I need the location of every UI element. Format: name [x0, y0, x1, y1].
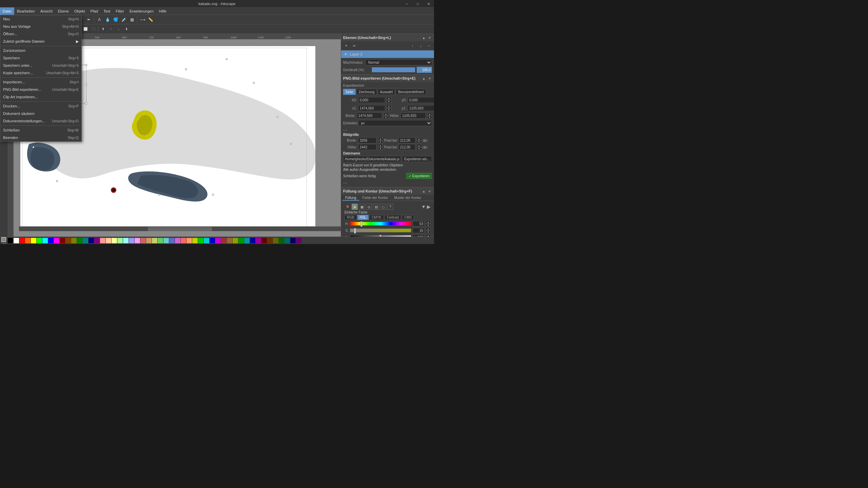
layers-close-btn[interactable]: ✕ [427, 35, 432, 40]
menu-item-import[interactable]: Importieren... Strg+I [0, 78, 81, 86]
w-down[interactable]: ▼ [383, 116, 388, 119]
export-close-btn[interactable]: ✕ [427, 76, 432, 81]
spray-tool-btn[interactable]: 💧 [104, 16, 111, 23]
menu-item-png-export[interactable]: PNG-Bild exportieren... Umschalt+Strg+E [0, 86, 81, 93]
cm-hsl[interactable]: HSL [357, 215, 369, 220]
menu-text[interactable]: Text [101, 7, 113, 15]
l-slider-track[interactable] [350, 235, 411, 237]
h-up[interactable]: ▲ [427, 113, 432, 116]
tab-fuellung[interactable]: Füllung [342, 196, 359, 201]
palette-color[interactable] [60, 238, 65, 243]
linear-grad-btn[interactable]: ▦ [359, 204, 365, 210]
lower-bottom-btn[interactable]: ⬇ [123, 25, 130, 33]
fill-collapse-btn[interactable]: ▲ [421, 189, 426, 194]
cm-cms[interactable]: CMS [402, 215, 414, 220]
swatch-btn[interactable]: ◻ [380, 204, 386, 210]
menu-item-neu[interactable]: Neu Strg+N [0, 15, 81, 23]
h-value-input[interactable] [413, 221, 425, 226]
palette-color[interactable] [146, 238, 152, 243]
palette-color[interactable] [117, 238, 123, 243]
x1-down[interactable]: ▼ [387, 108, 391, 111]
menu-item-doc-settings[interactable]: Dokumenteinstellungen... Umschalt+Strg+D [0, 117, 81, 125]
more-dots-1[interactable]: ··· [343, 127, 432, 132]
palette-color[interactable] [290, 238, 296, 243]
palette-color[interactable] [123, 238, 129, 243]
menu-item-save-as[interactable]: Speichern unter... Umschalt+Strg+S [0, 62, 81, 69]
solid-fill-btn[interactable]: ■ [352, 204, 358, 210]
h-down[interactable]: ▼ [427, 116, 432, 119]
palette-color[interactable] [37, 238, 42, 243]
palette-color[interactable] [169, 238, 175, 243]
palette-color[interactable] [83, 238, 88, 243]
s-slider-track[interactable] [350, 228, 411, 232]
menu-item-oeffnen[interactable]: Öffnen... Strg+O [0, 30, 81, 38]
palette-color[interactable] [129, 238, 134, 243]
x1-input[interactable] [358, 105, 385, 111]
img-h-input[interactable] [358, 144, 377, 150]
h-slider-thumb[interactable] [360, 221, 362, 227]
img-dpi-2-up[interactable]: ▲ [417, 144, 421, 147]
y0-input[interactable] [408, 97, 434, 103]
palette-color[interactable] [238, 238, 244, 243]
palette-color[interactable] [215, 238, 221, 243]
palette-color[interactable] [163, 238, 169, 243]
menu-erweiterungen[interactable]: Erweiterungen [127, 7, 156, 15]
export-btn[interactable]: ✓ Exportieren [406, 173, 432, 179]
cm-cmyk[interactable]: CMYK [369, 215, 384, 220]
palette-color[interactable] [48, 238, 54, 243]
layer-up-btn[interactable]: ↑ [409, 42, 416, 49]
s-value-input[interactable] [413, 228, 425, 233]
h-scroll-thumb[interactable] [148, 227, 212, 231]
palette-color[interactable] [31, 238, 36, 243]
palette-color[interactable] [71, 238, 77, 243]
menu-objekt[interactable]: Objekt [72, 7, 88, 15]
palette-color[interactable] [244, 238, 250, 243]
export-panel-header[interactable]: PNG-Bild exportieren (Umschalt+Strg+E) ▲… [341, 75, 434, 82]
palette-color[interactable] [204, 238, 209, 243]
opacity-value-input[interactable] [417, 67, 432, 73]
layer-row-2[interactable]: 👁 Layer 2 [341, 50, 434, 58]
more-dots-2[interactable]: ··· [343, 180, 432, 185]
cm-farbrad[interactable]: Farbrad [384, 215, 401, 220]
palette-color[interactable] [14, 238, 19, 243]
menu-hilfe[interactable]: Hilfe [156, 7, 169, 15]
palette-color[interactable] [77, 238, 82, 243]
palette-color[interactable] [106, 238, 111, 243]
x0-down[interactable]: ▼ [387, 100, 391, 103]
s-up[interactable]: ▲ [426, 227, 431, 230]
export-tab-auswahl[interactable]: Auswahl [378, 89, 395, 95]
palette-color[interactable] [284, 238, 290, 243]
width-input[interactable] [357, 113, 382, 119]
export-as-btn[interactable]: Exportieren als... [402, 156, 432, 162]
group-btn[interactable]: ⬜ [82, 25, 89, 33]
menu-filter[interactable]: Filter [113, 7, 126, 15]
palette-color[interactable] [158, 238, 163, 243]
batch-export-option[interactable]: Batch-Export von 8 gewählten Objekten [343, 163, 432, 167]
palette-color[interactable] [181, 238, 186, 243]
stroke-indicator[interactable] [3, 241, 6, 244]
unknown-btn[interactable]: ? [387, 204, 393, 210]
minimize-button[interactable]: ─ [401, 0, 412, 7]
w-up[interactable]: ▲ [383, 113, 388, 116]
img-w-input[interactable] [358, 137, 377, 143]
img-dpi-2-input[interactable] [398, 144, 415, 150]
img-h-up[interactable]: ▲ [378, 144, 383, 147]
fill-panel-header[interactable]: Füllung und Kontur (Umschalt+Strg+F) ▲ ✕ [341, 187, 434, 195]
menu-item-recent[interactable]: Zuletzt geöffnete Dateien ▶ [0, 38, 81, 45]
menu-item-print[interactable]: Drucken... Strg+P [0, 102, 81, 110]
ungroup-btn[interactable]: ⬛ [90, 25, 97, 33]
palette-color[interactable] [221, 238, 226, 243]
menu-item-clipart[interactable]: Clip Art importieren... [0, 93, 81, 101]
palette-color[interactable] [175, 238, 180, 243]
menu-bearbeiten[interactable]: Bearbeiten [14, 7, 38, 15]
palette-color[interactable] [8, 238, 13, 243]
x0-up[interactable]: ▲ [387, 97, 391, 100]
palette-color[interactable] [65, 238, 71, 243]
close-button[interactable]: ✕ [423, 0, 434, 7]
img-dpi-2-down[interactable]: ▼ [417, 147, 421, 150]
menu-item-save[interactable]: Speichern Strg+S [0, 54, 81, 62]
menu-item-reset[interactable]: Zurücksetzen [0, 47, 81, 54]
callig-tool-btn[interactable]: ✒ [85, 16, 93, 23]
all-except-option[interactable]: Alle außer Ausgewählte verstecken [343, 168, 432, 171]
palette-color[interactable] [273, 238, 278, 243]
